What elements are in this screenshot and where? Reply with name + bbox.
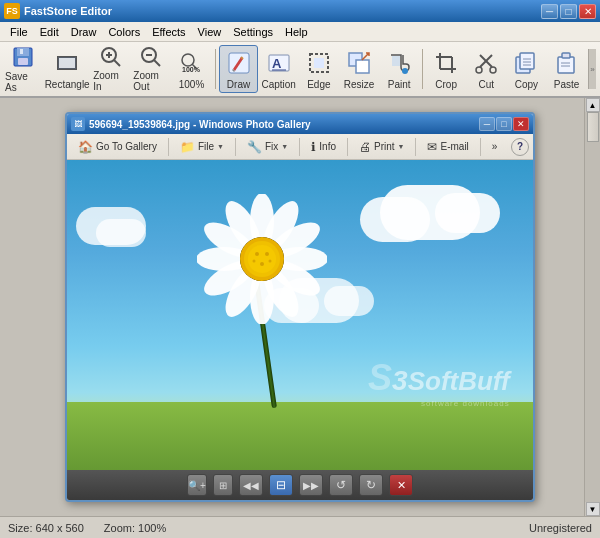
prev-button[interactable]: ◀◀ [239, 474, 263, 496]
menu-view[interactable]: View [192, 24, 228, 40]
draw-icon [225, 49, 253, 77]
main-toolbar: Save As Rectangle Zoom In [0, 42, 600, 98]
help-button[interactable]: ? [511, 138, 529, 156]
scroll-up-button[interactable]: ▲ [586, 98, 600, 112]
zoom-magnify-button[interactable]: 🔍+ [187, 474, 207, 496]
inner-maximize-button[interactable]: □ [496, 117, 512, 131]
svg-rect-24 [356, 60, 369, 73]
menu-colors[interactable]: Colors [102, 24, 146, 40]
file-button[interactable]: 📁 File ▼ [173, 137, 231, 157]
next-button[interactable]: ▶▶ [299, 474, 323, 496]
crop-button[interactable]: Crop [427, 45, 465, 93]
paste-button[interactable]: Paste [548, 45, 586, 93]
scroll-thumb[interactable] [587, 112, 599, 142]
rotate-left-button[interactable]: ↺ [329, 474, 353, 496]
window-controls: ─ □ ✕ [541, 4, 596, 19]
scroll-track[interactable] [585, 112, 600, 502]
svg-point-64 [269, 260, 272, 263]
svg-point-59 [248, 245, 276, 273]
gallery-sep-1 [168, 138, 169, 156]
svg-line-17 [241, 57, 243, 59]
status-bar: Size: 640 x 560 Zoom: 100% Unregistered [0, 516, 600, 538]
copy-label: Copy [515, 79, 538, 90]
save-icon [9, 45, 37, 69]
paste-icon [553, 49, 581, 77]
menu-help[interactable]: Help [279, 24, 314, 40]
inner-title-bar: 🖼 596694_19539864.jpg - Windows Photo Ga… [67, 114, 533, 134]
save-as-button[interactable]: Save As [4, 45, 42, 93]
svg-line-11 [154, 60, 160, 66]
svg-rect-3 [20, 49, 23, 54]
svg-point-62 [260, 262, 264, 266]
menu-effects[interactable]: Effects [146, 24, 191, 40]
menu-edit[interactable]: Edit [34, 24, 65, 40]
title-bar: FS FastStone Editor ─ □ ✕ [0, 0, 600, 22]
flower-head [197, 194, 327, 324]
svg-point-25 [402, 68, 408, 74]
toolbar-expand[interactable]: » [588, 49, 596, 89]
paste-label: Paste [554, 79, 580, 90]
zoom-status: Zoom: 100% [104, 522, 166, 534]
paint-button[interactable]: Paint [380, 45, 418, 93]
menu-file[interactable]: File [4, 24, 34, 40]
zoom-in-button[interactable]: Zoom In [92, 45, 130, 93]
scroll-down-button[interactable]: ▼ [586, 502, 600, 516]
email-icon: ✉ [427, 140, 437, 154]
cloud-group-1 [360, 185, 510, 265]
copy-icon [512, 49, 540, 77]
print-arrow-icon: ▼ [398, 143, 405, 150]
zoom-fit-button[interactable]: ⊞ [213, 474, 233, 496]
view-button[interactable]: ⊟ [269, 474, 293, 496]
info-button[interactable]: ℹ Info [304, 137, 343, 157]
gallery-sep-5 [415, 138, 416, 156]
resize-button[interactable]: Resize [340, 45, 378, 93]
photo-display: S3SoftBuff software downloads [67, 160, 533, 470]
separator-1 [215, 49, 216, 89]
file-label: File [198, 141, 214, 152]
inner-minimize-button[interactable]: ─ [479, 117, 495, 131]
expand-gallery-button[interactable]: » [485, 137, 505, 157]
minimize-button[interactable]: ─ [541, 4, 558, 19]
fix-button[interactable]: 🔧 Fix ▼ [240, 137, 295, 157]
edge-icon [305, 49, 333, 77]
svg-point-33 [476, 67, 482, 73]
fix-label: Fix [265, 141, 278, 152]
crop-icon [432, 49, 460, 77]
svg-rect-40 [558, 57, 574, 73]
photo-gallery-window: 🖼 596694_19539864.jpg - Windows Photo Ga… [65, 112, 535, 502]
copy-button[interactable]: Copy [507, 45, 545, 93]
maximize-button[interactable]: □ [560, 4, 577, 19]
print-button[interactable]: 🖨 Print ▼ [352, 137, 412, 157]
paint-icon [385, 49, 413, 77]
watermark: S3SoftBuff software downloads [368, 357, 510, 408]
inner-close-button[interactable]: ✕ [513, 117, 529, 131]
close-button[interactable]: ✕ [579, 4, 596, 19]
caption-icon: A [265, 49, 293, 77]
delete-button[interactable]: ✕ [389, 474, 413, 496]
caption-label: Caption [261, 79, 295, 90]
cloud-group-3 [76, 207, 166, 257]
cut-button[interactable]: Cut [467, 45, 505, 93]
menu-settings[interactable]: Settings [227, 24, 279, 40]
edge-button[interactable]: Edge [300, 45, 338, 93]
draw-button[interactable]: Draw [219, 45, 257, 93]
scrollbar[interactable]: ▲ ▼ [584, 98, 600, 516]
rotate-right-button[interactable]: ↻ [359, 474, 383, 496]
gallery-sep-6 [480, 138, 481, 156]
caption-button[interactable]: A Caption [260, 45, 298, 93]
rectangle-button[interactable]: Rectangle [44, 45, 90, 93]
go-to-gallery-button[interactable]: 🏠 Go To Gallery [71, 137, 164, 157]
ground [67, 402, 533, 470]
email-button[interactable]: ✉ E-mail [420, 137, 475, 157]
svg-rect-26 [392, 56, 400, 66]
zoom-pct-button[interactable]: 100% 100% [172, 45, 210, 93]
inner-window-controls: ─ □ ✕ [479, 117, 529, 131]
file-arrow-icon: ▼ [217, 143, 224, 150]
zoom-out-button[interactable]: Zoom Out [132, 45, 170, 93]
zoom-pct-icon: 100% [178, 49, 206, 77]
gallery-sep-3 [299, 138, 300, 156]
svg-line-7 [114, 60, 120, 66]
app-icon: FS [4, 3, 20, 19]
menu-draw[interactable]: Draw [65, 24, 103, 40]
svg-rect-2 [18, 58, 28, 65]
